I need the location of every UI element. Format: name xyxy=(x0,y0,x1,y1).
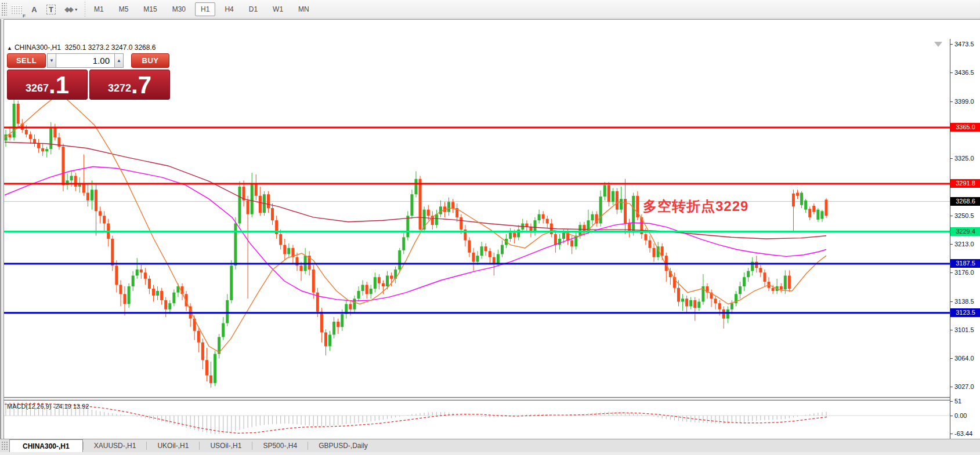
y-axis-label: 3101.5 xyxy=(954,326,974,334)
shapes-icon[interactable]: ◆◆ ▼ xyxy=(62,2,81,16)
y-axis-tick xyxy=(950,72,953,73)
macd-axis-tick xyxy=(950,434,953,434)
text-box-icon[interactable]: T xyxy=(44,2,58,16)
symbol-marker-icon: ▲ xyxy=(7,45,12,51)
buy-price-box[interactable]: 3272.7 xyxy=(89,70,170,100)
price-axis[interactable]: 3473.53436.53399.03325.03250.53213.03176… xyxy=(950,39,980,442)
volume-increase-icon[interactable]: ▲ xyxy=(114,53,124,68)
y-axis-label: 3138.5 xyxy=(954,297,974,305)
window-left-border xyxy=(0,19,4,452)
tab-china300-h1[interactable]: CHINA300-,H1 xyxy=(9,439,83,452)
tab-xauusd-h1[interactable]: XAUUSD-,H1 xyxy=(84,439,147,452)
price-level-badge: 3229.4 xyxy=(950,227,980,236)
timeframe-d1[interactable]: D1 xyxy=(243,2,263,16)
macd-histogram xyxy=(6,402,826,435)
timeframe-m5[interactable]: M5 xyxy=(113,2,135,16)
chevron-down-icon: ▼ xyxy=(74,8,78,12)
y-axis-tick xyxy=(950,101,953,102)
y-axis-tick xyxy=(950,44,953,45)
y-axis-label: 3213.0 xyxy=(954,240,974,248)
timeframe-m30[interactable]: M30 xyxy=(167,2,191,16)
toolbar-separator xyxy=(85,2,85,17)
volume-decrease-icon[interactable]: ▼ xyxy=(47,53,56,68)
macd-axis-label: -63.44 xyxy=(954,429,972,438)
ohlc-close: 3268.6 xyxy=(135,43,156,52)
price-level-badge: 3123.5 xyxy=(950,308,980,317)
y-axis-tick xyxy=(950,244,953,245)
macd-signal-line xyxy=(5,403,829,433)
symbol-name: CHINA300-,H1 xyxy=(15,43,61,52)
candles-layer xyxy=(5,97,828,387)
macd-axis-label: 0.00 xyxy=(954,412,967,420)
y-axis-label: 3325.0 xyxy=(954,154,974,162)
sell-price-pip: .1 xyxy=(49,74,69,97)
tab-gbpusd-daily[interactable]: GBPUSD-,Daily xyxy=(308,439,378,452)
y-axis-label: 3436.5 xyxy=(954,68,974,77)
tab-usoil-h1[interactable]: USOil-,H1 xyxy=(200,439,252,452)
sell-price-box[interactable]: 3267.1 xyxy=(7,70,88,100)
bottom-strip xyxy=(0,452,980,455)
ohlc-high: 3273.2 xyxy=(88,43,110,52)
y-axis-tick xyxy=(950,358,953,359)
price-level-badge: 3291.8 xyxy=(950,179,980,188)
timeframe-buttons: M1M5M15M30H1H4D1W1MN xyxy=(88,2,315,16)
y-axis-label: 3064.0 xyxy=(954,354,974,362)
ohlc-open: 3250.1 xyxy=(65,43,86,52)
ohlc-low: 3247.0 xyxy=(111,43,133,52)
volume-input[interactable] xyxy=(56,53,114,68)
y-axis-label: 3250.5 xyxy=(954,212,974,220)
y-axis-label: 3176.0 xyxy=(954,268,974,276)
macd-pane[interactable] xyxy=(0,401,950,442)
macd-axis-tick xyxy=(950,416,953,416)
macd-axis-label: 51 xyxy=(954,397,961,405)
buy-button[interactable]: BUY xyxy=(131,53,169,68)
chart-window: ▲CHINA300-,H1 3250.1 3273.2 3247.0 3268.… xyxy=(0,19,980,439)
timeframe-m15[interactable]: M15 xyxy=(138,2,162,16)
y-axis-tick xyxy=(950,301,953,302)
y-axis-tick xyxy=(950,272,953,273)
y-axis-tick xyxy=(950,158,953,159)
chart-shift-marker-icon[interactable] xyxy=(934,42,942,47)
timeframe-w1[interactable]: W1 xyxy=(267,2,289,16)
y-axis-tick xyxy=(950,330,953,330)
y-axis-tick xyxy=(950,387,953,387)
y-axis-label: 3399.0 xyxy=(954,97,974,105)
sell-price-main: 3267 xyxy=(26,79,49,97)
tab-ukoil-h1[interactable]: UKOil-,H1 xyxy=(147,439,199,452)
tab-sp500-h4[interactable]: SP500-,H4 xyxy=(252,439,308,452)
sell-button[interactable]: SELL xyxy=(7,53,46,68)
y-axis-tick xyxy=(950,216,953,216)
tabbar-grip xyxy=(1,441,8,450)
y-axis-label: 3027.0 xyxy=(954,383,974,391)
buy-price-pip: .7 xyxy=(131,74,151,97)
macd-axis-tick xyxy=(950,401,953,402)
chart-annotation-text: 多空转折点3229 xyxy=(643,197,748,216)
current-price-badge: 3268.6 xyxy=(950,197,980,206)
price-level-badge: 3187.5 xyxy=(950,259,980,268)
symbols-grid-icon[interactable]: F xyxy=(9,2,24,16)
ohlc-header: ▲CHINA300-,H1 3250.1 3273.2 3247.0 3268.… xyxy=(7,43,156,52)
text-label-icon[interactable]: A xyxy=(28,2,41,16)
mt4-terminal: F A T ◆◆ ▼ M1M5M15M30H1H4D1W1MN ▲CHINA30… xyxy=(0,0,980,455)
chart-tab-bar: CHINA300-,H1XAUUSD-,H1UKOil-,H1USOil-,H1… xyxy=(0,439,980,452)
timeframe-mn[interactable]: MN xyxy=(292,2,315,16)
macd-indicator-label: MACD(12,26,9) -24.19 13.92 xyxy=(7,403,89,410)
timeframe-h1[interactable]: H1 xyxy=(195,2,215,16)
price-level-badge: 3365.0 xyxy=(950,123,980,132)
buy-price-main: 3272 xyxy=(108,79,131,97)
timeframe-h4[interactable]: H4 xyxy=(219,2,239,16)
toolbar-grip[interactable] xyxy=(1,2,7,16)
y-axis-label: 3473.5 xyxy=(954,40,974,48)
timeframe-m1[interactable]: M1 xyxy=(88,2,110,16)
toolbar: F A T ◆◆ ▼ M1M5M15M30H1H4D1W1MN xyxy=(0,0,980,19)
